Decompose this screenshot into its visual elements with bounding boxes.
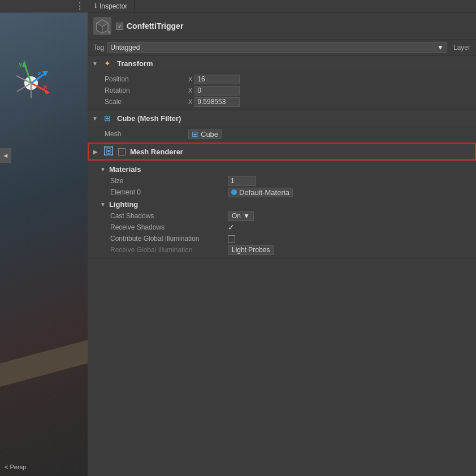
cast-shadows-label: Cast Shadows	[110, 212, 223, 220]
position-x-input[interactable]	[194, 75, 240, 84]
element0-row: Element 0 Default-Materia	[88, 187, 476, 198]
mesh-value[interactable]: ⊞ Cube	[188, 129, 222, 139]
receive-gi-dropdown[interactable]: Light Probes	[228, 245, 274, 255]
axis-z-label: z	[38, 70, 41, 76]
svg-point-19	[104, 154, 106, 155]
receive-shadows-label: Receive Shadows	[110, 223, 223, 231]
transform-body: Position X Rotation X Scale	[88, 71, 476, 110]
mesh-row: Mesh ⊞ Cube	[88, 128, 476, 140]
transform-header[interactable]: ▼ ✦ Transform	[88, 55, 476, 71]
svg-marker-2	[22, 60, 27, 67]
size-label: Size	[110, 177, 223, 185]
go-icon-dropdown[interactable]: ▼	[107, 30, 111, 35]
materials-header[interactable]: ▼ Materials	[88, 163, 476, 175]
scale-values: X	[188, 97, 470, 107]
materials-size-row: Size	[88, 175, 476, 187]
scene-back-button[interactable]: ◄	[0, 148, 11, 163]
mesh-filter-icon: ⊞	[102, 114, 112, 123]
mesh-renderer-section: ▶ Mesh Renderer	[88, 142, 476, 258]
scene-toolbar: ⋮	[0, 0, 88, 12]
svg-point-20	[112, 154, 114, 155]
cast-shadows-value: On	[232, 212, 241, 220]
mesh-renderer-icon	[103, 146, 114, 157]
mesh-label: Mesh	[105, 130, 184, 138]
scene-road-decoration	[0, 337, 88, 388]
element0-value[interactable]: Default-Materia	[228, 188, 293, 197]
inspector-content[interactable]: ▼ ✓ ConfettiTrigger Tag Untagged ▼ Layer	[88, 12, 476, 476]
element0-label: Element 0	[110, 188, 223, 196]
receive-shadows-checkbox[interactable]: ✓	[228, 223, 235, 232]
axis-x-label: x	[44, 83, 47, 90]
dots-menu-icon[interactable]: ⋮	[75, 1, 84, 11]
contribute-gi-row: Contribute Global Illumination	[88, 233, 476, 244]
tab-bar: ℹ Inspector	[88, 0, 476, 12]
tag-layer-row: Tag Untagged ▼ Layer	[88, 40, 476, 55]
gameobject-active-checkbox[interactable]: ✓	[116, 23, 123, 30]
size-input[interactable]	[228, 176, 256, 186]
layer-label: Layer	[453, 44, 470, 51]
materials-collapse-arrow: ▼	[100, 166, 106, 172]
inspector-panel: ℹ Inspector ▼ ✓ Confetti	[88, 0, 476, 476]
tag-dropdown[interactable]: Untagged ▼	[107, 42, 447, 53]
cast-shadows-arrow: ▼	[243, 212, 250, 220]
position-label: Position	[105, 75, 184, 83]
mesh-renderer-title: Mesh Renderer	[130, 148, 183, 156]
mesh-renderer-body: ▼ Materials Size Element 0 Default-Mater…	[88, 161, 476, 258]
mesh-filter-section: ▼ ⊞ Cube (Mesh Filter) Mesh ⊞ Cube	[88, 110, 476, 142]
position-x-axis: X	[188, 76, 192, 83]
gameobject-icon: ▼	[93, 17, 111, 35]
lighting-header[interactable]: ▼ Lighting	[88, 198, 476, 210]
svg-point-16	[107, 150, 110, 152]
mesh-value-text: Cube	[201, 130, 218, 139]
rotation-row: Rotation X	[88, 85, 476, 96]
rotation-x-input[interactable]	[194, 86, 240, 96]
contribute-gi-label: Contribute Global Illumination	[110, 235, 223, 243]
material-dot-icon	[231, 189, 237, 195]
position-row: Position X	[88, 73, 476, 85]
gameobject-name: ConfettiTrigger	[127, 21, 183, 31]
scene-view[interactable]: y z x ◄ < Persp	[0, 12, 88, 476]
scene-panel: ⋮ y	[0, 0, 88, 476]
rotation-x-axis: X	[188, 87, 192, 94]
mesh-renderer-header[interactable]: ▶ Mesh Renderer	[88, 142, 476, 161]
cast-shadows-dropdown[interactable]: On ▼	[228, 211, 254, 221]
inspector-tab-icon: ℹ	[94, 2, 97, 10]
mesh-value-icon: ⊞	[192, 129, 198, 139]
mesh-renderer-collapse-arrow: ▶	[93, 149, 99, 155]
receive-gi-label: Receive Global Illumination	[110, 246, 223, 254]
transform-collapse-arrow: ▼	[92, 60, 98, 67]
scale-label: Scale	[105, 98, 184, 106]
axis-y-label: y	[19, 60, 22, 67]
transform-title: Transform	[117, 59, 153, 68]
transform-icon: ✦	[102, 59, 112, 68]
transform-section: ▼ ✦ Transform Position X Rotation X	[88, 55, 476, 110]
inspector-tab[interactable]: ℹ Inspector	[88, 0, 135, 12]
svg-point-18	[112, 146, 114, 148]
mesh-filter-title: Cube (Mesh Filter)	[117, 114, 181, 123]
lighting-title: Lighting	[109, 200, 138, 209]
gameobject-header: ▼ ✓ ConfettiTrigger	[88, 12, 476, 40]
position-values: X	[188, 75, 470, 84]
cast-shadows-row: Cast Shadows On ▼	[88, 210, 476, 222]
svg-point-17	[104, 146, 106, 148]
rotation-label: Rotation	[105, 86, 184, 94]
rotation-values: X	[188, 86, 470, 96]
persp-label: < Persp	[5, 464, 26, 470]
receive-gi-value: Light Probes	[232, 246, 270, 254]
scale-row: Scale X	[88, 96, 476, 107]
gizmo-container: y z x	[8, 58, 54, 99]
mesh-filter-body: Mesh ⊞ Cube	[88, 126, 476, 142]
scale-x-axis: X	[188, 98, 192, 105]
inspector-tab-label: Inspector	[99, 2, 127, 10]
axis-gizmo	[8, 58, 54, 103]
contribute-gi-checkbox[interactable]	[228, 235, 235, 243]
mesh-renderer-checkbox[interactable]	[118, 148, 126, 155]
tag-dropdown-arrow: ▼	[437, 44, 444, 51]
tag-label: Tag	[93, 44, 104, 51]
receive-gi-row: Receive Global Illumination Light Probes	[88, 244, 476, 256]
scale-x-input[interactable]	[194, 97, 240, 107]
mesh-filter-header[interactable]: ▼ ⊞ Cube (Mesh Filter)	[88, 110, 476, 126]
go-name-row: ✓ ConfettiTrigger	[116, 21, 183, 31]
mesh-filter-collapse-arrow: ▼	[92, 115, 98, 122]
materials-title: Materials	[109, 165, 141, 174]
